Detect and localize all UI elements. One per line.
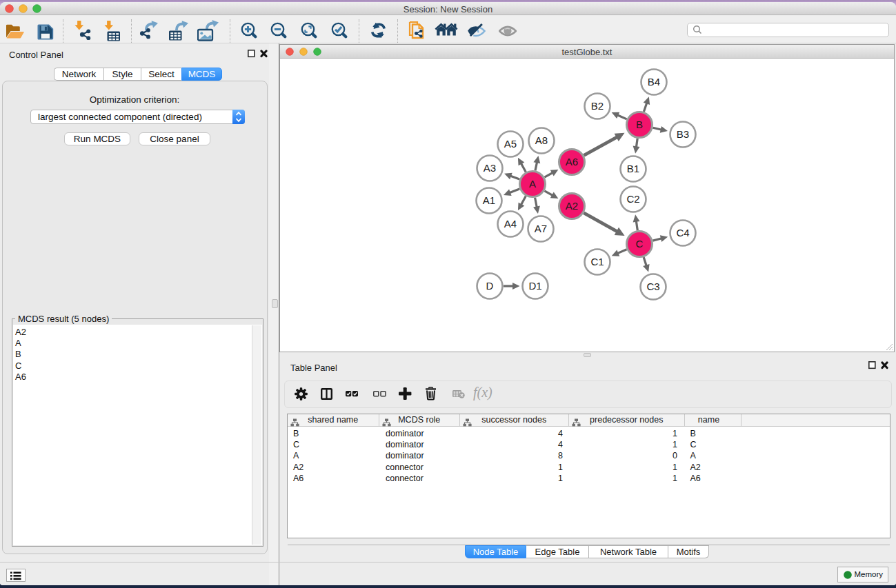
svg-text:C1: C1 [590,256,604,267]
svg-text:B2: B2 [591,100,604,112]
svg-text:A4: A4 [504,218,517,230]
svg-text:B1: B1 [627,163,639,174]
svg-text:A7: A7 [535,223,547,234]
svg-text:C3: C3 [646,281,659,292]
svg-text:A5: A5 [504,138,517,150]
svg-text:D: D [486,280,494,292]
svg-text:B3: B3 [677,128,689,140]
svg-text:C4: C4 [676,227,689,239]
svg-text:D1: D1 [528,280,541,292]
svg-text:B: B [636,119,643,130]
svg-text:A2: A2 [566,200,578,212]
svg-text:C2: C2 [626,193,639,205]
svg-text:A3: A3 [484,162,496,174]
svg-text:B4: B4 [648,76,660,88]
svg-text:A8: A8 [535,134,548,146]
svg-text:A1: A1 [483,194,495,206]
svg-text:C: C [636,238,644,250]
svg-text:A: A [529,178,536,190]
svg-text:A6: A6 [566,156,578,168]
